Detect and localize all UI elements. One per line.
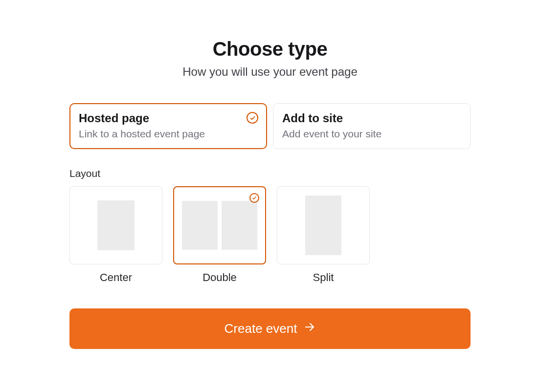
type-option-desc: Add event to your site [282,128,461,140]
create-event-button[interactable]: Create event [69,308,471,349]
layout-label: Layout [69,168,471,179]
layout-option-label: Split [313,271,334,284]
arrow-right-icon [304,321,315,336]
layout-option-double[interactable] [173,186,266,264]
layout-option-split[interactable] [277,186,370,264]
layout-item-center: Center [69,186,162,284]
layout-item-double: Double [173,186,266,284]
create-button-label: Create event [225,321,297,336]
page-subtitle: How you will use your event page [69,65,471,79]
layout-option-label: Double [202,271,237,284]
check-circle-icon [247,112,258,124]
type-option-hosted[interactable]: Hosted page Link to a hosted event page [69,103,267,149]
layout-item-split: Split [277,186,370,284]
page-header: Choose type How you will use your event … [69,38,471,79]
layout-option-label: Center [100,271,132,284]
type-option-title: Hosted page [79,111,258,125]
type-options-group: Hosted page Link to a hosted event page … [69,103,471,149]
type-option-add-to-site[interactable]: Add to site Add event to your site [273,103,471,149]
page-title: Choose type [69,38,471,60]
layout-section: Layout Center Double [69,168,471,284]
layout-options-group: Center Double Split [69,186,471,284]
layout-preview-block [222,201,257,250]
type-option-title: Add to site [282,111,461,125]
check-circle-icon [249,193,259,203]
layout-preview-block [305,196,341,255]
layout-preview-block [182,201,218,250]
type-option-desc: Link to a hosted event page [79,128,258,140]
layout-preview-block [97,200,135,250]
layout-option-center[interactable] [69,186,162,264]
